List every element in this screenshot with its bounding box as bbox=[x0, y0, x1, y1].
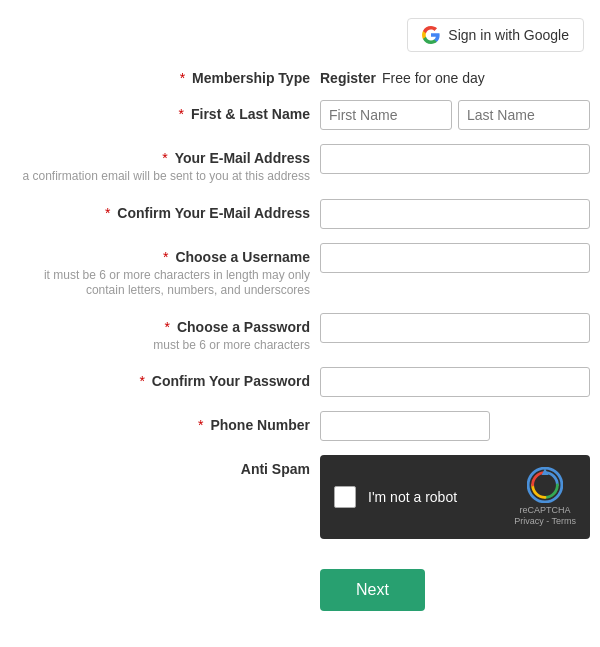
last-name-input[interactable] bbox=[458, 100, 590, 130]
confirm-email-label-col: * Confirm Your E-Mail Address bbox=[10, 199, 320, 221]
email-label: Your E-Mail Address bbox=[175, 150, 310, 166]
google-signin-button[interactable]: Sign in with Google bbox=[407, 18, 584, 52]
required-star: * bbox=[139, 373, 144, 389]
password-hint: must be 6 or more characters bbox=[10, 338, 310, 354]
phone-input-col bbox=[320, 411, 590, 441]
recaptcha-brand-text: reCAPTCHA Privacy - Terms bbox=[514, 505, 576, 527]
recaptcha-checkbox[interactable] bbox=[334, 486, 356, 508]
next-button[interactable]: Next bbox=[320, 569, 425, 611]
email-hint: a confirmation email will be sent to you… bbox=[10, 169, 310, 185]
membership-plan: Free for one day bbox=[382, 70, 485, 86]
email-label-col: * Your E-Mail Address a confirmation ema… bbox=[10, 144, 320, 185]
password-label-col: * Choose a Password must be 6 or more ch… bbox=[10, 313, 320, 354]
phone-label: Phone Number bbox=[210, 417, 310, 433]
password-input-col bbox=[320, 313, 590, 343]
required-star: * bbox=[180, 70, 185, 86]
email-row: * Your E-Mail Address a confirmation ema… bbox=[0, 144, 600, 185]
required-star: * bbox=[105, 205, 110, 221]
next-button-row: Next bbox=[0, 553, 600, 621]
confirm-password-label-col: * Confirm Your Password bbox=[10, 367, 320, 389]
email-input-col bbox=[320, 144, 590, 174]
required-star: * bbox=[198, 417, 203, 433]
recaptcha-icon bbox=[527, 467, 563, 503]
antispam-label-col: Anti Spam bbox=[10, 455, 320, 477]
username-label-col: * Choose a Username it must be 6 or more… bbox=[10, 243, 320, 299]
username-input-col bbox=[320, 243, 590, 273]
first-name-input[interactable] bbox=[320, 100, 452, 130]
confirm-password-input[interactable] bbox=[320, 367, 590, 397]
name-inputs bbox=[320, 100, 590, 130]
email-input[interactable] bbox=[320, 144, 590, 174]
membership-type-value: Register Free for one day bbox=[320, 64, 590, 86]
confirm-email-row: * Confirm Your E-Mail Address bbox=[0, 199, 600, 229]
confirm-email-input[interactable] bbox=[320, 199, 590, 229]
antispam-label: Anti Spam bbox=[241, 461, 310, 477]
username-input[interactable] bbox=[320, 243, 590, 273]
page-container: Sign in with Google * Membership Type Re… bbox=[0, 0, 600, 647]
name-row: * First & Last Name bbox=[0, 100, 600, 130]
google-icon bbox=[422, 26, 440, 44]
membership-type-label: Membership Type bbox=[192, 70, 310, 86]
google-signin-label: Sign in with Google bbox=[448, 27, 569, 43]
membership-type-row: * Membership Type Register Free for one … bbox=[0, 64, 600, 86]
confirm-email-label: Confirm Your E-Mail Address bbox=[117, 205, 310, 221]
username-hint: it must be 6 or more characters in lengt… bbox=[10, 268, 310, 299]
name-label: First & Last Name bbox=[191, 106, 310, 122]
confirm-password-row: * Confirm Your Password bbox=[0, 367, 600, 397]
password-input[interactable] bbox=[320, 313, 590, 343]
antispam-input-col: I'm not a robot reCAPTCHA Privacy - bbox=[320, 455, 590, 539]
required-star: * bbox=[165, 319, 170, 335]
required-star: * bbox=[162, 150, 167, 166]
recaptcha-box[interactable]: I'm not a robot reCAPTCHA Privacy - bbox=[320, 455, 590, 539]
google-signin-row: Sign in with Google bbox=[0, 10, 600, 64]
required-star: * bbox=[179, 106, 184, 122]
phone-row: * Phone Number bbox=[0, 411, 600, 441]
confirm-email-input-col bbox=[320, 199, 590, 229]
phone-label-col: * Phone Number bbox=[10, 411, 320, 433]
recaptcha-left: I'm not a robot bbox=[334, 486, 457, 508]
antispam-row: Anti Spam I'm not a robot bbox=[0, 455, 600, 539]
phone-input[interactable] bbox=[320, 411, 490, 441]
password-label: Choose a Password bbox=[177, 319, 310, 335]
confirm-password-label: Confirm Your Password bbox=[152, 373, 310, 389]
username-row: * Choose a Username it must be 6 or more… bbox=[0, 243, 600, 299]
required-star: * bbox=[163, 249, 168, 265]
confirm-password-input-col bbox=[320, 367, 590, 397]
username-label: Choose a Username bbox=[175, 249, 310, 265]
register-label: Register bbox=[320, 70, 376, 86]
recaptcha-logo: reCAPTCHA Privacy - Terms bbox=[514, 467, 576, 527]
membership-type-label-col: * Membership Type bbox=[10, 64, 320, 86]
password-row: * Choose a Password must be 6 or more ch… bbox=[0, 313, 600, 354]
name-label-col: * First & Last Name bbox=[10, 100, 320, 122]
recaptcha-text: I'm not a robot bbox=[368, 489, 457, 505]
